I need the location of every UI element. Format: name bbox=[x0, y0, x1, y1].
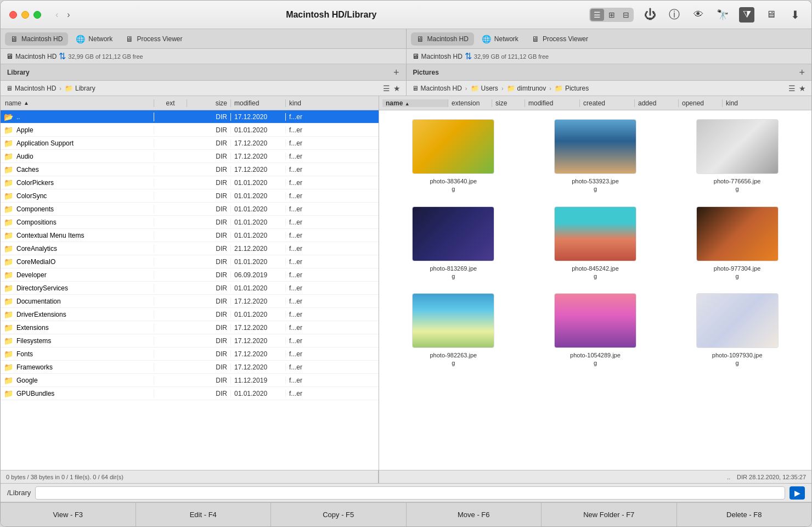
rcol-header-opened[interactable]: opened bbox=[679, 99, 723, 107]
left-add-tab-button[interactable]: + bbox=[393, 68, 399, 77]
list-view-button[interactable]: ☰ bbox=[590, 9, 604, 21]
rcol-header-added[interactable]: added bbox=[635, 99, 679, 107]
file-row[interactable]: 📁 Apple DIR 01.01.2020 f...er bbox=[1, 124, 379, 137]
left-breadcrumb-disk[interactable]: 🖥 Macintosh HD bbox=[6, 85, 56, 92]
right-star-button[interactable]: ★ bbox=[799, 84, 806, 93]
file-cell-kind: f...er bbox=[286, 218, 379, 226]
back-button[interactable]: ‹ bbox=[52, 9, 61, 21]
action-button-edit[interactable]: Edit - F4 bbox=[136, 503, 272, 526]
right-breadcrumb-pictures[interactable]: 📁 Pictures bbox=[555, 85, 589, 92]
action-button-new-folder[interactable]: New Folder - F7 bbox=[542, 503, 677, 526]
photo-thumbnail bbox=[696, 293, 779, 348]
file-cell-kind: f...er bbox=[286, 166, 379, 173]
rcol-header-modified[interactable]: modified bbox=[525, 99, 580, 107]
file-row[interactable]: 📁 Google DIR 11.12.2019 f...er bbox=[1, 374, 379, 387]
rcol-header-created[interactable]: created bbox=[580, 99, 635, 107]
photo-item[interactable]: photo-977304.jpeg bbox=[672, 206, 803, 281]
grid4-view-button[interactable]: ⊟ bbox=[619, 9, 633, 21]
forward-button[interactable]: › bbox=[64, 9, 73, 21]
left-breadcrumb-actions: ☰ ★ bbox=[383, 84, 401, 93]
file-row[interactable]: 📁 Frameworks DIR 17.12.2020 f...er bbox=[1, 361, 379, 374]
download-icon-button[interactable]: ⬇ bbox=[787, 7, 803, 23]
close-button[interactable] bbox=[9, 11, 17, 19]
tab-network-right[interactable]: 🌐 Network bbox=[476, 32, 524, 46]
rcol-header-kind[interactable]: kind bbox=[723, 99, 808, 107]
file-row[interactable]: 📁 Caches DIR 17.12.2020 f...er bbox=[1, 163, 379, 176]
rcol-header-extension[interactable]: extension bbox=[448, 99, 492, 107]
network-icon-right: 🌐 bbox=[482, 35, 491, 43]
file-row[interactable]: 📁 CoreMediaIO DIR 01.01.2020 f...er bbox=[1, 255, 379, 268]
photo-item[interactable]: photo-982263.jpeg bbox=[388, 293, 519, 367]
file-cell-name: 📁 Filesystems bbox=[1, 337, 154, 345]
file-cell-size: DIR bbox=[187, 139, 231, 147]
rcol-header-size[interactable]: size bbox=[492, 99, 525, 107]
file-row[interactable]: 📁 Fonts DIR 17.12.2020 f...er bbox=[1, 347, 379, 361]
path-go-button[interactable]: ▶ bbox=[790, 486, 805, 500]
col-header-modified[interactable]: modified bbox=[231, 99, 286, 107]
tab-label-network-left: Network bbox=[88, 35, 112, 43]
file-row[interactable]: 📁 ColorSync DIR 01.01.2020 f...er bbox=[1, 189, 379, 203]
file-folder-icon: 📁 bbox=[4, 244, 13, 253]
file-row[interactable]: 📁 Compositions DIR 01.01.2020 f...er bbox=[1, 216, 379, 229]
tab-network-left[interactable]: 🌐 Network bbox=[70, 32, 118, 46]
filter-icon-button[interactable]: ⧩ bbox=[739, 7, 754, 23]
left-breadcrumb-library[interactable]: 📁 Library bbox=[65, 85, 95, 92]
photo-item[interactable]: photo-383640.jpeg bbox=[388, 119, 519, 193]
info-icon-button[interactable]: ⓘ bbox=[667, 7, 682, 23]
right-add-tab-button[interactable]: + bbox=[799, 68, 805, 77]
right-list-view-button[interactable]: ☰ bbox=[788, 84, 796, 93]
toggle-icon-button[interactable]: ⏻ bbox=[642, 7, 658, 23]
action-button-view[interactable]: View - F3 bbox=[1, 503, 136, 526]
grid2-view-button[interactable]: ⊞ bbox=[605, 9, 618, 21]
file-folder-icon: 📁 bbox=[4, 178, 13, 187]
col-header-kind[interactable]: kind bbox=[286, 99, 379, 107]
path-input[interactable] bbox=[35, 486, 785, 500]
col-header-ext[interactable]: ext bbox=[154, 99, 187, 107]
photo-item[interactable]: photo-845242.jpeg bbox=[530, 206, 661, 281]
photo-item[interactable]: photo-533923.jpeg bbox=[530, 119, 661, 193]
photo-item[interactable]: photo-776656.jpeg bbox=[672, 119, 803, 193]
file-row[interactable]: 📁 DirectoryServices DIR 01.01.2020 f...e… bbox=[1, 282, 379, 295]
file-folder-icon: 📁 bbox=[4, 192, 13, 200]
tab-macintosh-hd-right[interactable]: 🖥 Macintosh HD bbox=[411, 32, 474, 46]
left-breadcrumb-library-label: Library bbox=[75, 85, 95, 92]
file-row[interactable]: 📁 Components DIR 01.01.2020 f...er bbox=[1, 203, 379, 216]
right-breadcrumb-user[interactable]: 📁 dimtrunov bbox=[507, 85, 546, 92]
left-disk-arrows[interactable]: ⇅ bbox=[59, 51, 66, 61]
file-row[interactable]: 📁 DriverExtensions DIR 01.01.2020 f...er bbox=[1, 308, 379, 321]
photo-item[interactable]: photo-1097930.jpeg bbox=[672, 293, 803, 367]
left-list-view-button[interactable]: ☰ bbox=[383, 84, 390, 93]
left-star-button[interactable]: ★ bbox=[393, 84, 401, 93]
action-button-copy[interactable]: Copy - F5 bbox=[271, 503, 407, 526]
right-breadcrumb-users[interactable]: 📁 Users bbox=[471, 85, 498, 92]
minimize-button[interactable] bbox=[21, 11, 29, 19]
file-row[interactable]: 📁 Documentation DIR 17.12.2020 f...er bbox=[1, 295, 379, 308]
photo-item[interactable]: photo-813269.jpeg bbox=[388, 206, 519, 281]
action-button-move[interactable]: Move - F6 bbox=[407, 503, 542, 526]
rcol-header-name[interactable]: name ▲ bbox=[382, 99, 448, 107]
file-row[interactable]: 📁 Application Support DIR 17.12.2020 f..… bbox=[1, 137, 379, 150]
file-row[interactable]: 📁 CoreAnalytics DIR 21.12.2020 f...er bbox=[1, 242, 379, 255]
file-row[interactable]: 📂 .. DIR 17.12.2020 f...er bbox=[1, 110, 379, 124]
tab-process-viewer-right[interactable]: 🖥 Process Viewer bbox=[526, 32, 594, 46]
col-header-size[interactable]: size bbox=[187, 99, 231, 107]
file-row[interactable]: 📁 Contextual Menu Items DIR 01.01.2020 f… bbox=[1, 229, 379, 242]
tab-macintosh-hd-left[interactable]: 🖥 Macintosh HD bbox=[5, 32, 68, 46]
action-button-delete[interactable]: Delete - F8 bbox=[677, 503, 812, 526]
right-disk-arrows[interactable]: ⇅ bbox=[465, 51, 472, 61]
photo-item[interactable]: photo-1054289.jpeg bbox=[530, 293, 661, 367]
file-row[interactable]: 📁 Filesystems DIR 17.12.2020 f...er bbox=[1, 334, 379, 347]
file-row[interactable]: 📁 Audio DIR 17.12.2020 f...er bbox=[1, 150, 379, 163]
file-row[interactable]: 📁 ColorPickers DIR 01.01.2020 f...er bbox=[1, 176, 379, 189]
file-row[interactable]: 📁 GPUBundles DIR 01.01.2020 f...er bbox=[1, 387, 379, 400]
file-folder-icon: 📂 bbox=[4, 113, 13, 121]
col-header-name[interactable]: name ▲ bbox=[1, 99, 154, 107]
file-row[interactable]: 📁 Extensions DIR 17.12.2020 f...er bbox=[1, 321, 379, 334]
maximize-button[interactable] bbox=[33, 11, 41, 19]
eye-icon-button[interactable]: 👁 bbox=[691, 7, 706, 23]
monitor-icon-button[interactable]: 🖥 bbox=[763, 7, 779, 23]
right-breadcrumb-disk[interactable]: 🖥 Macintosh HD bbox=[412, 85, 462, 92]
binoculars-icon-button[interactable]: 🔭 bbox=[715, 7, 730, 23]
tab-process-viewer-left[interactable]: 🖥 Process Viewer bbox=[120, 32, 188, 46]
file-row[interactable]: 📁 Developer DIR 06.09.2019 f...er bbox=[1, 268, 379, 282]
